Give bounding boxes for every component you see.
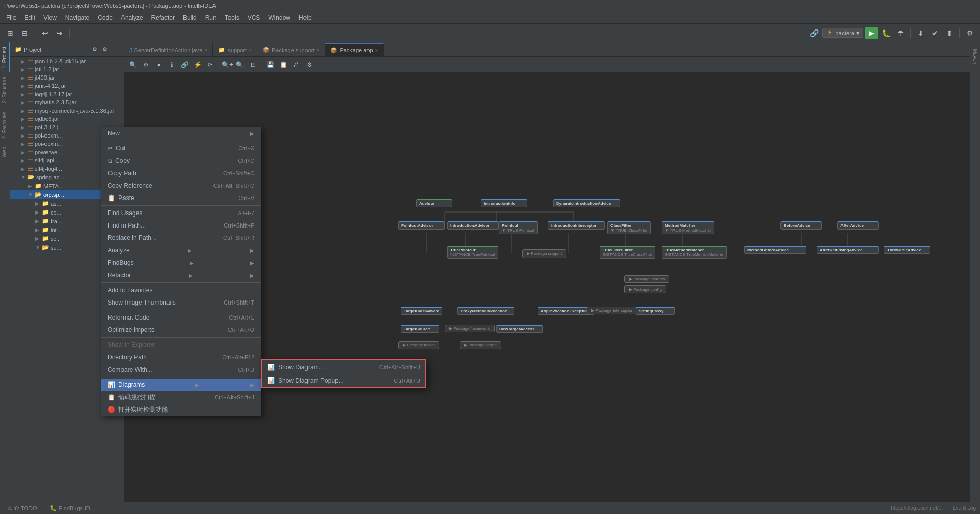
sub-shortcut: Ctrl+Alt+Shift+U [379, 364, 420, 370]
cm-show-thumbnails[interactable]: Show Image Thumbnails Ctrl+Shift+T [101, 296, 261, 309]
cm-shortcut: Ctrl+Alt+L [229, 314, 254, 321]
cm-sep [101, 377, 261, 377]
cm-sep [101, 282, 261, 283]
cm-label-text: Find in Path... [108, 222, 146, 229]
cm-directory-path[interactable]: Directory Path Ctrl+Alt+F12 [101, 351, 261, 364]
context-menu: New ▶ ✂ Cut Ctrl+X ⧉ Copy Ctrl+C Copy Pa… [101, 127, 261, 416]
cm-analyze[interactable]: Analyze ▶ [101, 244, 261, 256]
diagram-icon: 📊 [267, 364, 275, 371]
submenu-arrow: ▶ [190, 260, 194, 266]
cm-shortcut: Ctrl+X [238, 145, 254, 152]
submenu-arrow: ▶ [188, 248, 192, 253]
sub-shortcut: Ctrl+Alt+U [394, 377, 420, 384]
cm-label-text: Show Image Thumbnails [108, 299, 176, 306]
cm-label-text: FindBugs [108, 259, 134, 266]
paste-icon: 📋 [108, 194, 115, 202]
cm-label-text: Find Usages [108, 209, 142, 217]
cm-label-text: Replace in Path... [108, 234, 157, 241]
submenu-arrow: ▶ [195, 382, 200, 388]
submenu-arrow: ▶ [189, 273, 193, 278]
cm-label-text: Add to Favorites [108, 286, 152, 294]
cm-diagrams[interactable]: 📊 Diagrams ▶ [101, 379, 261, 391]
cm-label-text: Refactor [108, 271, 131, 279]
cm-shortcut: Ctrl+Alt+O [228, 327, 254, 333]
cm-label-text: Paste [118, 194, 134, 202]
sub-label-text: Show Diagram... [278, 364, 324, 371]
cm-shortcut: Ctrl+Alt+Shift+C [213, 183, 254, 189]
cm-label-text: Compare With... [108, 366, 152, 373]
cm-sep [101, 141, 261, 141]
cm-code-scan[interactable]: 📋 编码规范扫描 Ctrl+Alt+Shift+J [101, 391, 261, 403]
cm-copy-ref[interactable]: Copy Reference Ctrl+Alt+Shift+C [101, 179, 261, 192]
cm-shortcut: Ctrl+Alt+F12 [222, 354, 254, 360]
cm-copy[interactable]: ⧉ Copy Ctrl+C [101, 155, 261, 167]
cm-optimize-imports[interactable]: Optimize Imports Ctrl+Alt+O [101, 324, 261, 336]
cm-label-text: Cut [116, 145, 126, 152]
cm-label-text: Show in Explorer [108, 341, 155, 349]
cm-find-usages[interactable]: Find Usages Alt+F7 [101, 207, 261, 219]
sub-label-text: Show Diagram Popup... [278, 377, 344, 384]
sub-show-diagram-popup[interactable]: 📊 Show Diagram Popup... Ctrl+Alt+U [262, 374, 425, 387]
cm-realtime-detect[interactable]: 🔴 打开实时检测功能 [101, 403, 261, 416]
cm-label-text: Directory Path [108, 354, 147, 361]
cm-reformat[interactable]: Reformat Code Ctrl+Alt+L [101, 311, 261, 324]
diagrams-icon: 📊 [108, 381, 115, 388]
cm-replace-in-path[interactable]: Replace in Path... Ctrl+Shift+R [101, 232, 261, 244]
cm-shortcut: Ctrl+Shift+C [223, 170, 254, 176]
cm-paste[interactable]: 📋 Paste Ctrl+V [101, 192, 261, 204]
cm-label-text: 打开实时检测功能 [118, 405, 168, 414]
cm-show-explorer: Show in Explorer [101, 339, 261, 351]
submenu-arrow: ▶ [250, 131, 254, 137]
detect-icon: 🔴 [108, 406, 115, 413]
cut-icon: ✂ [108, 145, 113, 152]
cm-label-text: Copy Reference [108, 182, 152, 189]
cm-add-favorites[interactable]: Add to Favorites [101, 284, 261, 296]
scan-icon: 📋 [108, 394, 115, 401]
diagrams-submenu: 📊 Show Diagram... Ctrl+Alt+Shift+U 📊 Sho… [261, 359, 426, 388]
context-menu-overlay[interactable]: New ▶ ✂ Cut Ctrl+X ⧉ Copy Ctrl+C Copy Pa… [0, 0, 980, 514]
diagram-icon: 📊 [267, 377, 275, 384]
cm-label-text: New [108, 130, 120, 137]
cm-shortcut: Alt+F7 [238, 210, 254, 216]
cm-shortcut: Ctrl+Shift+T [224, 299, 254, 306]
cm-cut[interactable]: ✂ Cut Ctrl+X [101, 142, 261, 155]
cm-shortcut: Ctrl+Shift+F [224, 222, 254, 229]
cm-copy-path[interactable]: Copy Path Ctrl+Shift+C [101, 167, 261, 179]
cm-label-text: Reformat Code [108, 314, 149, 321]
cm-label-text: Analyze [108, 247, 130, 254]
cm-find-in-path[interactable]: Find in Path... Ctrl+Shift+F [101, 219, 261, 232]
copy-icon: ⧉ [108, 157, 112, 164]
cm-label-text: Diagrams [118, 381, 145, 388]
cm-new[interactable]: New ▶ [101, 127, 261, 140]
cm-compare-with[interactable]: Compare With... Ctrl+D [101, 364, 261, 376]
cm-shortcut: Ctrl+Alt+Shift+J [215, 394, 254, 400]
cm-refactor[interactable]: Refactor ▶ [101, 269, 261, 281]
cm-findbugs[interactable]: FindBugs ▶ [101, 256, 261, 269]
cm-sep [101, 337, 261, 338]
cm-label-text: Copy [115, 157, 130, 164]
cm-shortcut: Ctrl+V [238, 195, 254, 201]
cm-label-text: Copy Path [108, 170, 136, 177]
sub-show-diagram[interactable]: 📊 Show Diagram... Ctrl+Alt+Shift+U [262, 360, 425, 374]
cm-shortcut: Ctrl+Shift+R [223, 235, 254, 241]
cm-sep [101, 205, 261, 206]
cm-label-text: Optimize Imports [108, 326, 155, 334]
cm-label-text: 编码规范扫描 [118, 393, 156, 402]
cm-shortcut: Ctrl+C [238, 158, 254, 164]
cm-sep [101, 310, 261, 310]
cm-shortcut: Ctrl+D [238, 367, 254, 373]
